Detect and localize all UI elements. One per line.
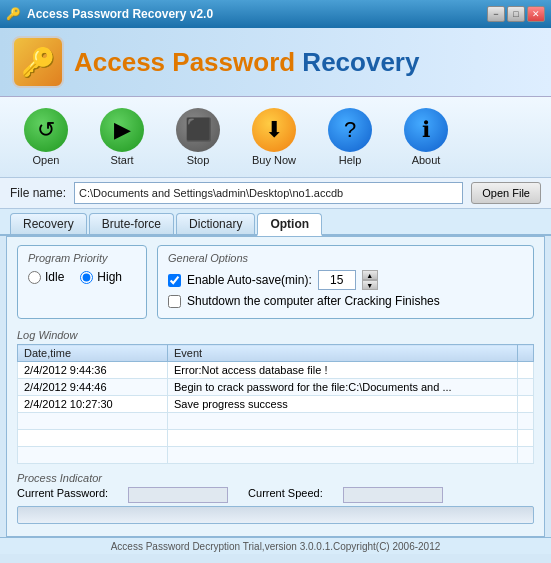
app-logo: 🔑 bbox=[12, 36, 64, 88]
log-col-event: Event bbox=[168, 345, 518, 362]
minimize-button[interactable]: − bbox=[487, 6, 505, 22]
buynow-button[interactable]: ⬇ Buy Now bbox=[238, 103, 310, 171]
titlebar-title: Access Password Recovery v2.0 bbox=[27, 7, 213, 21]
open-label: Open bbox=[33, 154, 60, 166]
log-cell-event: Save progress success bbox=[168, 396, 518, 413]
spin-down-button[interactable]: ▼ bbox=[362, 280, 378, 290]
log-section: Log Window Date,time Event 2/4/2012 9:44… bbox=[17, 329, 534, 464]
footer: Access Password Decryption Trial,version… bbox=[0, 537, 551, 554]
idle-label: Idle bbox=[45, 270, 64, 284]
idle-option[interactable]: Idle bbox=[28, 270, 64, 284]
tab-option[interactable]: Option bbox=[257, 213, 322, 236]
current-speed-label: Current Speed: bbox=[248, 487, 323, 503]
log-table: Date,time Event 2/4/2012 9:44:36Error:No… bbox=[17, 344, 534, 464]
stop-icon: ⬛ bbox=[176, 108, 220, 152]
stop-button[interactable]: ⬛ Stop bbox=[162, 103, 234, 171]
autosave-label: Enable Auto-save(min): bbox=[187, 273, 312, 287]
log-cell-date: 2/4/2012 9:44:46 bbox=[18, 379, 168, 396]
titlebar-icon: 🔑 bbox=[6, 7, 21, 21]
tab-bruteforce[interactable]: Brute-force bbox=[89, 213, 174, 234]
file-row: File name: Open File bbox=[0, 178, 551, 209]
about-button[interactable]: ℹ About bbox=[390, 103, 462, 171]
options-area: Program Priority Idle High General Optio… bbox=[17, 245, 534, 319]
title-password: Password bbox=[172, 47, 295, 77]
log-row-empty bbox=[18, 413, 534, 430]
process-row1: Current Password: Current Speed: bbox=[17, 487, 534, 503]
help-label: Help bbox=[339, 154, 362, 166]
log-cell-date: 2/4/2012 9:44:36 bbox=[18, 362, 168, 379]
file-name-label: File name: bbox=[10, 186, 66, 200]
current-password-value bbox=[128, 487, 228, 503]
open-icon: ↺ bbox=[24, 108, 68, 152]
process-title: Process Indicator bbox=[17, 472, 534, 484]
general-title: General Options bbox=[168, 252, 523, 264]
start-label: Start bbox=[110, 154, 133, 166]
general-box: General Options Enable Auto-save(min): ▲… bbox=[157, 245, 534, 319]
title-access: Access bbox=[74, 47, 172, 77]
tab-dictionary[interactable]: Dictionary bbox=[176, 213, 255, 234]
maximize-button[interactable]: □ bbox=[507, 6, 525, 22]
process-section: Process Indicator Current Password: Curr… bbox=[17, 472, 534, 524]
priority-box: Program Priority Idle High bbox=[17, 245, 147, 319]
log-row: 2/4/2012 10:27:30Save progress success bbox=[18, 396, 534, 413]
app-title: Access Password Recovery bbox=[74, 47, 419, 78]
progress-bar bbox=[17, 506, 534, 524]
start-icon: ▶ bbox=[100, 108, 144, 152]
priority-options: Idle High bbox=[28, 270, 136, 284]
log-cell-event: Error:Not access database file ! bbox=[168, 362, 518, 379]
titlebar-title-area: 🔑 Access Password Recovery v2.0 bbox=[6, 7, 213, 21]
help-button[interactable]: ? Help bbox=[314, 103, 386, 171]
buynow-label: Buy Now bbox=[252, 154, 296, 166]
toolbar: ↺ Open ▶ Start ⬛ Stop ⬇ Buy Now ? Help ℹ… bbox=[0, 97, 551, 178]
title-recovery: Recovery bbox=[295, 47, 419, 77]
log-cell-extra bbox=[517, 379, 533, 396]
log-col-extra bbox=[517, 345, 533, 362]
key-icon: 🔑 bbox=[21, 46, 56, 79]
help-icon: ? bbox=[328, 108, 372, 152]
autosave-row: Enable Auto-save(min): ▲ ▼ bbox=[168, 270, 523, 290]
open-button[interactable]: ↺ Open bbox=[10, 103, 82, 171]
buynow-icon: ⬇ bbox=[252, 108, 296, 152]
autosave-value-input[interactable] bbox=[318, 270, 356, 290]
spin-control: ▲ ▼ bbox=[362, 270, 378, 290]
titlebar: 🔑 Access Password Recovery v2.0 − □ ✕ bbox=[0, 0, 551, 28]
shutdown-checkbox[interactable] bbox=[168, 295, 181, 308]
log-col-date: Date,time bbox=[18, 345, 168, 362]
open-file-button[interactable]: Open File bbox=[471, 182, 541, 204]
log-row-empty bbox=[18, 447, 534, 464]
autosave-checkbox[interactable] bbox=[168, 274, 181, 287]
app-header: 🔑 Access Password Recovery bbox=[0, 28, 551, 97]
titlebar-controls: − □ ✕ bbox=[487, 6, 545, 22]
file-name-input[interactable] bbox=[74, 182, 463, 204]
footer-text: Access Password Decryption Trial,version… bbox=[111, 541, 441, 552]
priority-title: Program Priority bbox=[28, 252, 136, 264]
high-label: High bbox=[97, 270, 122, 284]
spin-up-button[interactable]: ▲ bbox=[362, 270, 378, 280]
stop-label: Stop bbox=[187, 154, 210, 166]
log-row: 2/4/2012 9:44:46Begin to crack password … bbox=[18, 379, 534, 396]
log-cell-extra bbox=[517, 396, 533, 413]
log-title: Log Window bbox=[17, 329, 534, 341]
shutdown-label: Shutdown the computer after Cracking Fin… bbox=[187, 294, 440, 308]
main-content: Program Priority Idle High General Optio… bbox=[6, 236, 545, 537]
log-tbody: 2/4/2012 9:44:36Error:Not access databas… bbox=[18, 362, 534, 464]
log-cell-extra bbox=[517, 362, 533, 379]
close-button[interactable]: ✕ bbox=[527, 6, 545, 22]
tabs-row: Recovery Brute-force Dictionary Option bbox=[0, 209, 551, 236]
current-password-label: Current Password: bbox=[17, 487, 108, 503]
log-row-empty bbox=[18, 430, 534, 447]
log-cell-event: Begin to crack password for the file:C:\… bbox=[168, 379, 518, 396]
about-icon: ℹ bbox=[404, 108, 448, 152]
current-speed-value bbox=[343, 487, 443, 503]
shutdown-row: Shutdown the computer after Cracking Fin… bbox=[168, 294, 523, 308]
high-option[interactable]: High bbox=[80, 270, 122, 284]
high-radio[interactable] bbox=[80, 271, 93, 284]
log-cell-date: 2/4/2012 10:27:30 bbox=[18, 396, 168, 413]
start-button[interactable]: ▶ Start bbox=[86, 103, 158, 171]
idle-radio[interactable] bbox=[28, 271, 41, 284]
about-label: About bbox=[412, 154, 441, 166]
tab-recovery[interactable]: Recovery bbox=[10, 213, 87, 234]
log-row: 2/4/2012 9:44:36Error:Not access databas… bbox=[18, 362, 534, 379]
